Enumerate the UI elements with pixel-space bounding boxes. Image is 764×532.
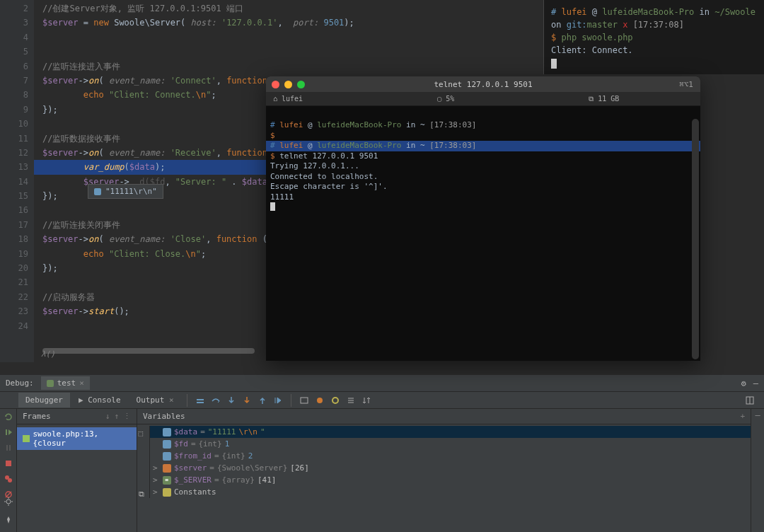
- list-icon[interactable]: [344, 393, 358, 407]
- svg-point-12: [8, 478, 12, 482]
- terminal-line: Connected to localhost.: [270, 172, 696, 183]
- debug-value-tooltip: "11111\r\n": [88, 184, 163, 199]
- terminal-line: # lufei @ lufeideMacBook-Pro in ~ [17:38…: [270, 120, 696, 131]
- debug-toolbar: Debugger ▶ Console Output ×: [0, 392, 764, 409]
- evaluate-expression-icon[interactable]: [297, 393, 311, 407]
- ide-terminal-panel[interactable]: # lufei @ lufeideMacBook-Pro in ~/Swoole…: [543, 0, 764, 74]
- breadcrumb[interactable]: λ(): [34, 349, 55, 362]
- close-icon: ×: [169, 395, 174, 405]
- php-icon: [47, 380, 54, 387]
- terminal-line-highlighted: # lufei @ lufeideMacBook-Pro in ~ [17:38…: [266, 141, 700, 151]
- svg-rect-7: [6, 429, 7, 435]
- step-into-icon[interactable]: [224, 393, 238, 407]
- frame-item[interactable]: swoole.php:13, {closur: [17, 427, 137, 450]
- variable-row[interactable]: >$server = {Swoole\Server} [26]: [150, 462, 751, 474]
- svg-rect-1: [197, 402, 204, 403]
- terminal-body[interactable]: # lufei @ lufeideMacBook-Pro in ~ [17:38…: [266, 106, 700, 219]
- variable-row[interactable]: >Constants: [150, 486, 751, 498]
- window-shortcut: ⌘⌥1: [679, 80, 693, 89]
- stop-icon[interactable]: [4, 458, 13, 468]
- collapse-icon[interactable]: —: [755, 410, 760, 420]
- terminal-statusbar: ⌂ lufei ▢ 5% ⧉ 11 GB: [266, 92, 700, 106]
- force-step-into-icon[interactable]: [240, 393, 254, 407]
- terminal-line: # lufei @ lufeideMacBook-Pro in ~/Swoole: [551, 6, 757, 18]
- tab-debugger[interactable]: Debugger: [18, 393, 70, 407]
- cpu-indicator: ▢ 5%: [437, 95, 454, 103]
- user-badge: ⌂ lufei: [273, 95, 303, 103]
- debug-panel: Debug: test × ⚙ — Debugger ▶ Console Out…: [0, 375, 764, 532]
- php-file-icon: [23, 435, 30, 442]
- tab-output[interactable]: Output ×: [129, 393, 181, 407]
- close-icon[interactable]: ×: [79, 378, 84, 388]
- window-titlebar[interactable]: telnet 127.0.0.1 9501 ⌘⌥1: [266, 76, 700, 92]
- sort-icon[interactable]: [359, 393, 374, 407]
- svg-point-3: [317, 398, 323, 403]
- svg-rect-9: [9, 445, 11, 451]
- debug-rightbar: —: [751, 409, 764, 532]
- step-over-icon[interactable]: [209, 393, 223, 407]
- step-out-icon[interactable]: [255, 393, 270, 407]
- window-title: telnet 127.0.0.1 9501: [266, 80, 700, 89]
- terminal-cursor: [270, 202, 696, 214]
- horizontal-scrollbar[interactable]: [42, 348, 255, 354]
- variables-title: Variables: [143, 412, 185, 421]
- link-icon[interactable]: ⬚: [139, 427, 149, 437]
- terminal-line: Client: Connect.: [551, 44, 757, 57]
- settings-icon[interactable]: [328, 393, 342, 407]
- resume-icon[interactable]: [4, 427, 13, 437]
- toggle-icon[interactable]: [313, 393, 327, 407]
- terminal-scrollbar[interactable]: [692, 119, 699, 359]
- frames-title: Frames: [23, 412, 51, 421]
- tooltip-text: "11111\r\n": [105, 187, 157, 196]
- pause-icon[interactable]: [4, 443, 13, 453]
- mem-indicator: ⧉ 11 GB: [589, 95, 619, 103]
- rerun-icon[interactable]: [4, 412, 13, 422]
- minimize-icon[interactable]: —: [753, 378, 758, 388]
- terminal-line: Trying 127.0.0.1...: [270, 161, 696, 172]
- terminal-line: on git:master x [17:37:08]: [551, 18, 757, 31]
- terminal-line: 11111: [270, 192, 696, 203]
- debug-header: Debug: test × ⚙ —: [0, 375, 764, 392]
- svg-rect-2: [301, 398, 308, 403]
- svg-rect-0: [197, 399, 204, 400]
- telnet-terminal-window[interactable]: telnet 127.0.0.1 9501 ⌘⌥1 ⌂ lufei ▢ 5% ⧉…: [266, 76, 700, 361]
- variables-panel: Variables + ⬚ ⧉ $data = "11111\r\n"$fd =…: [137, 409, 751, 532]
- terminal-line: $: [270, 131, 696, 141]
- svg-point-4: [332, 398, 338, 403]
- terminal-line: $ php swoole.php: [551, 31, 757, 44]
- svg-rect-8: [6, 445, 8, 451]
- svg-rect-10: [6, 461, 11, 466]
- settings-icon[interactable]: [4, 497, 13, 507]
- tab-console[interactable]: ▶ Console: [71, 393, 128, 407]
- debug-label: Debug:: [6, 378, 34, 388]
- show-execution-point-icon[interactable]: [193, 393, 207, 407]
- frames-panel: Frames ↓↑⋮ swoole.php:13, {closur: [17, 409, 137, 532]
- copy-icon[interactable]: ⧉: [139, 488, 149, 498]
- terminal-cursor: [551, 57, 757, 69]
- variable-row[interactable]: $data = "11111\r\n": [150, 426, 751, 438]
- variable-row[interactable]: >≡$_SERVER = {array} [41]: [150, 474, 751, 486]
- debug-config-tab[interactable]: test ×: [41, 376, 90, 390]
- next-frame-icon[interactable]: ↑: [114, 412, 119, 421]
- run-to-cursor-icon[interactable]: [271, 393, 285, 407]
- prev-frame-icon[interactable]: ↓: [105, 412, 110, 421]
- layout-icon[interactable]: [743, 393, 757, 407]
- value-icon: [94, 188, 101, 195]
- variable-row[interactable]: $from_id = {int} 2: [150, 450, 751, 462]
- terminal-line: $ telnet 127.0.0.1 9501: [270, 151, 696, 162]
- gear-icon[interactable]: ⚙: [741, 378, 746, 388]
- gutter: 23456789101112131415161718192021222324: [0, 0, 34, 362]
- variable-row[interactable]: $fd = {int} 1: [150, 438, 751, 450]
- view-breakpoints-icon[interactable]: [4, 474, 13, 484]
- pin-icon[interactable]: [4, 515, 13, 525]
- ide-bottom-leftbar: [0, 497, 17, 532]
- more-icon[interactable]: ⋮: [123, 412, 131, 421]
- svg-point-15: [6, 499, 11, 504]
- add-watch-icon[interactable]: +: [740, 412, 745, 421]
- terminal-line: Escape character is '^]'.: [270, 182, 696, 192]
